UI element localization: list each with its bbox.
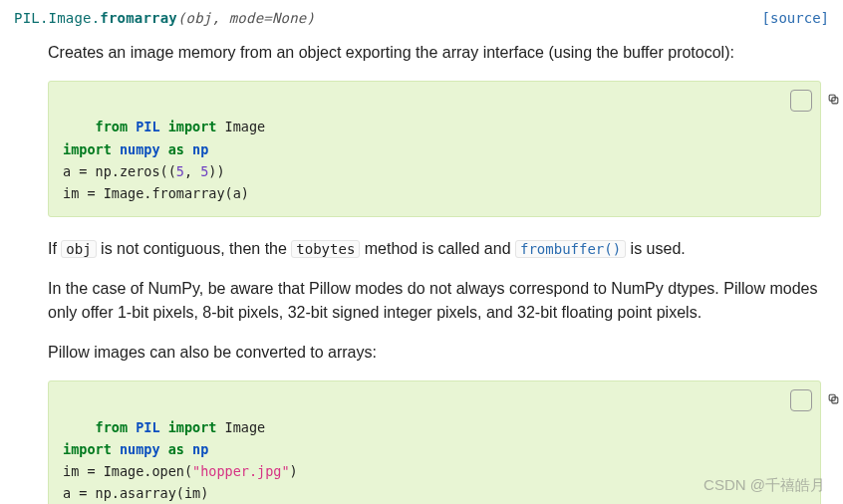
- inline-code-tobytes: tobytes: [291, 240, 360, 258]
- code-example-1: from PIL import Image import numpy as np…: [48, 81, 821, 217]
- numpy-note-paragraph: In the case of NumPy, be aware that Pill…: [48, 277, 821, 325]
- module-path: PIL.Image.: [14, 10, 100, 26]
- doc-body: Creates an image memory from an object e…: [14, 41, 829, 504]
- code-example-2: from PIL import Image import numpy as np…: [48, 380, 821, 504]
- copy-icon: [762, 368, 840, 434]
- function-args: (obj, mode=None): [177, 10, 315, 26]
- copy-button[interactable]: [790, 90, 812, 112]
- function-name: fromarray: [100, 10, 177, 26]
- source-link[interactable]: [source]: [762, 8, 829, 29]
- copy-button[interactable]: [790, 389, 812, 411]
- function-signature: PIL.Image.fromarray(obj, mode=None): [14, 8, 315, 29]
- intro-paragraph: Creates an image memory from an object e…: [48, 41, 821, 65]
- copy-icon: [762, 68, 840, 134]
- convert-paragraph: Pillow images can also be converted to a…: [48, 341, 821, 365]
- contiguous-paragraph: If obj is not contiguous, then the tobyt…: [48, 237, 821, 261]
- signature-row: PIL.Image.fromarray(obj, mode=None) [sou…: [14, 8, 829, 29]
- inline-link-frombuffer[interactable]: frombuffer(): [515, 240, 626, 258]
- inline-code-obj: obj: [61, 240, 96, 258]
